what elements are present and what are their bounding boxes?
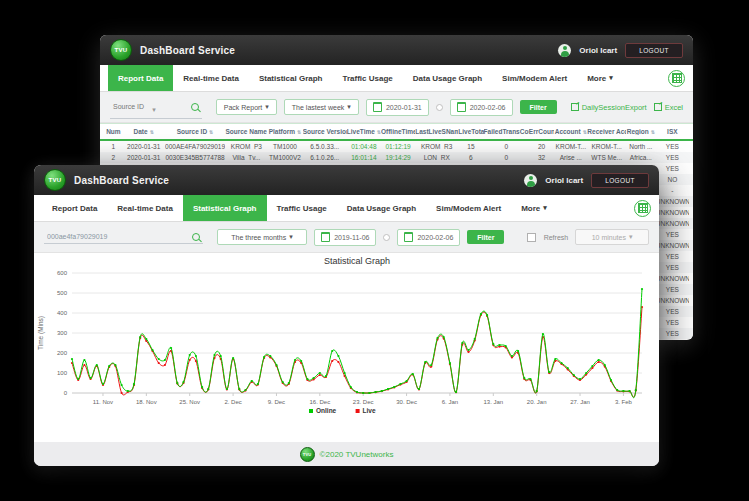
filter-button[interactable]: Filter bbox=[467, 230, 504, 244]
table-row[interactable]: 12020-01-31000AE4FA79029019KROM_P3TM1000… bbox=[100, 141, 693, 152]
user-name[interactable]: Oriol Icart bbox=[579, 46, 617, 55]
date-to-input[interactable]: 2020-02-06 bbox=[450, 99, 513, 116]
cell-isx: YES bbox=[656, 264, 689, 271]
user-avatar-icon bbox=[558, 44, 571, 57]
refresh-interval-select[interactable]: 10 minutes bbox=[575, 229, 649, 245]
cell-livetime: 01:04:48 bbox=[347, 143, 381, 150]
window-footer: TVU ©2020 TVUnetworks bbox=[34, 442, 659, 466]
column-header-source-version[interactable]: Source Version bbox=[303, 128, 347, 135]
tab-more[interactable]: More bbox=[577, 65, 623, 91]
cell-source-name: KROM_P3 bbox=[225, 143, 267, 150]
apps-grid-icon[interactable] bbox=[668, 70, 685, 87]
filter-bar: Source ID Pack Report The lastest week 2… bbox=[100, 92, 693, 123]
cell-lastlivesname: LON_RX bbox=[415, 154, 458, 161]
search-icon[interactable] bbox=[191, 103, 199, 111]
tab-sim-modem-alert[interactable]: Sim/Modem Alert bbox=[426, 195, 511, 221]
cell-livetotal: 15 bbox=[458, 143, 483, 150]
user-name[interactable]: Oriol Icart bbox=[545, 176, 583, 185]
date-from-input[interactable]: 2019-11-06 bbox=[314, 229, 376, 246]
tab-bar: Report DataReal-time DataStatistical Gra… bbox=[34, 195, 659, 222]
svg-text:11. Nov: 11. Nov bbox=[93, 399, 113, 405]
cell-isx: YES bbox=[656, 330, 689, 337]
date-range-select[interactable]: The lastest week bbox=[284, 99, 359, 115]
cell-source-id: 000AE4FA79029019 bbox=[165, 143, 226, 150]
cell-isx: YES bbox=[656, 143, 689, 150]
excel-export-link[interactable]: Excel bbox=[654, 103, 683, 112]
svg-text:20. Jan: 20. Jan bbox=[527, 399, 547, 405]
column-header-source-id[interactable]: Source ID bbox=[165, 128, 226, 135]
source-search-box[interactable] bbox=[44, 231, 203, 244]
logout-button[interactable]: LOGOUT bbox=[591, 173, 649, 188]
cell-receiver-account: WTS Me... bbox=[587, 154, 626, 161]
tab-report-data[interactable]: Report Data bbox=[42, 195, 107, 221]
search-icon[interactable] bbox=[192, 233, 200, 241]
svg-text:23. Dec: 23. Dec bbox=[353, 399, 374, 405]
column-header-region[interactable]: Region bbox=[626, 128, 656, 135]
cell-account: Arise ... bbox=[554, 154, 587, 161]
svg-text:400: 400 bbox=[57, 310, 68, 316]
column-header-failedtranscount[interactable]: FailedTransCount bbox=[484, 128, 529, 135]
date-range-select[interactable]: The three months bbox=[217, 229, 307, 245]
svg-text:600: 600 bbox=[57, 270, 68, 276]
cell-isx: UNKNOWN... bbox=[656, 242, 689, 249]
series-online bbox=[71, 288, 643, 398]
logout-button[interactable]: LOGOUT bbox=[625, 43, 683, 58]
tab-data-usage-graph[interactable]: Data Usage Graph bbox=[403, 65, 492, 91]
legend-item-online[interactable]: Online bbox=[309, 407, 337, 414]
date-from-input[interactable]: 2020-01-31 bbox=[366, 99, 429, 116]
cell-source-id: 0030E345B5774788 bbox=[165, 154, 226, 161]
copyright-text: ©2020 TVUnetworks bbox=[320, 450, 394, 459]
cell-offlinetime: 19:14:29 bbox=[381, 154, 415, 161]
source-search-input[interactable] bbox=[47, 233, 187, 240]
column-header-errcount[interactable]: ErrCount bbox=[529, 128, 554, 135]
column-header-account[interactable]: Account bbox=[554, 128, 587, 135]
cell-isx: UNKNOWN... bbox=[656, 275, 689, 282]
app-header: TVU DashBoard Service Oriol Icart LOGOUT bbox=[100, 35, 693, 65]
tab-report-data[interactable]: Report Data bbox=[108, 65, 173, 91]
date-to-input[interactable]: 2020-02-06 bbox=[397, 229, 460, 246]
svg-text:500: 500 bbox=[57, 290, 68, 296]
tab-data-usage-graph[interactable]: Data Usage Graph bbox=[337, 195, 426, 221]
tab-real-time-data[interactable]: Real-time Data bbox=[107, 195, 183, 221]
cell-isx: YES bbox=[656, 165, 689, 172]
column-header-num[interactable]: Num bbox=[104, 128, 123, 135]
column-header-lastlivesname[interactable]: LastLiveSName bbox=[415, 128, 458, 135]
pack-report-select[interactable]: Pack Report bbox=[216, 99, 277, 115]
tab-traffic-usage[interactable]: Traffic Usage bbox=[267, 195, 337, 221]
legend-item-live[interactable]: Live bbox=[356, 407, 376, 414]
tvu-logo-icon: TVU bbox=[44, 169, 66, 191]
tab-statistical-graph[interactable]: Statistical Graph bbox=[249, 65, 333, 91]
svg-text:27. Jan: 27. Jan bbox=[570, 399, 590, 405]
series-live bbox=[71, 306, 643, 397]
cell-failedtranscount: 0 bbox=[484, 143, 529, 150]
column-header-isx[interactable]: ISX bbox=[656, 128, 689, 135]
svg-text:Live: Live bbox=[363, 407, 376, 414]
tab-more[interactable]: More bbox=[511, 195, 557, 221]
date-separator-icon bbox=[436, 104, 443, 111]
column-header-livetotal[interactable]: LiveTotal bbox=[458, 128, 483, 135]
svg-text:Statistical Graph: Statistical Graph bbox=[324, 256, 390, 266]
apps-grid-icon[interactable] bbox=[634, 200, 651, 217]
column-header-date[interactable]: Date bbox=[123, 128, 165, 135]
refresh-checkbox[interactable] bbox=[527, 233, 536, 242]
app-title: DashBoard Service bbox=[74, 175, 169, 186]
column-header-source-name[interactable]: Source Name bbox=[225, 128, 267, 135]
cell-date: 2020-01-31 bbox=[123, 154, 165, 161]
filter-button[interactable]: Filter bbox=[520, 100, 557, 114]
table-row[interactable]: 22020-01-310030E345B5774788Villa_Tv...TM… bbox=[100, 152, 693, 163]
svg-text:0: 0 bbox=[64, 390, 68, 396]
cell-isx: UNKNOWN... bbox=[656, 198, 689, 205]
column-header-livetime[interactable]: LiveTime bbox=[347, 128, 381, 135]
tab-real-time-data[interactable]: Real-time Data bbox=[173, 65, 249, 91]
column-header-receiver-account[interactable]: Receiver Account bbox=[587, 128, 626, 135]
column-header-platform[interactable]: Platform bbox=[267, 128, 302, 135]
daily-session-export-link[interactable]: DailySessionExport bbox=[571, 103, 647, 112]
tab-statistical-graph[interactable]: Statistical Graph bbox=[183, 195, 267, 221]
source-id-filter[interactable]: Source ID bbox=[110, 96, 202, 119]
cell-errcount: 32 bbox=[529, 154, 554, 161]
tab-traffic-usage[interactable]: Traffic Usage bbox=[333, 65, 403, 91]
tab-sim-modem-alert[interactable]: Sim/Modem Alert bbox=[492, 65, 577, 91]
export-icon bbox=[654, 103, 662, 111]
column-header-offlinetime[interactable]: OfflineTime bbox=[381, 128, 415, 135]
svg-text:2. Dec: 2. Dec bbox=[224, 399, 241, 405]
